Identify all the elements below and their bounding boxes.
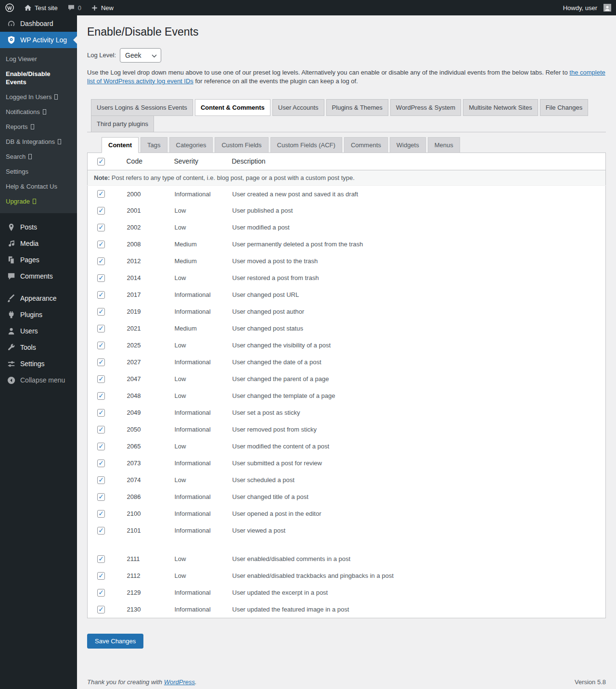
sidebar-item[interactable]: Tools [0,339,77,356]
table-row: ✓ [88,539,606,550]
row-checkbox[interactable]: ✓ [97,409,105,417]
sidebar-item-wp-activity-log[interactable]: WP Activity Log [0,32,77,48]
event-description: User enabled/disabled trackbacks and pin… [232,567,606,584]
checkmark-icon: ✓ [98,257,104,264]
sub-tab[interactable]: Tags [141,137,167,153]
submenu-item[interactable]: Logged In Users [0,89,77,104]
sub-tab[interactable]: Categories [169,137,213,153]
collapse-menu-button[interactable]: Collapse menu [0,372,77,388]
event-severity: Informational [174,488,232,505]
wordpress-logo-button[interactable] [0,0,19,15]
row-checkbox[interactable]: ✓ [97,572,105,580]
sidebar-item[interactable]: Pages [0,252,77,268]
submenu-item[interactable]: Settings [0,164,77,179]
account-menu[interactable]: Howdy, user [558,0,616,15]
event-severity: Informational [174,455,232,472]
row-checkbox[interactable]: ✓ [97,308,105,316]
event-severity: Medium [174,253,232,269]
shield-icon [6,35,16,45]
submenu-item[interactable]: DB & Integrations [0,134,77,149]
checkmark-icon: ✓ [98,443,104,449]
row-checkbox[interactable]: ✓ [97,375,105,383]
sidebar-item[interactable]: Media [0,235,77,252]
table-row: ✓ 2021 Medium User changed post status [88,320,606,337]
note-text: Post refers to any type of content, i.e.… [110,174,355,181]
checkmark-icon: ✓ [98,572,104,579]
submenu-item[interactable]: Enable/Disable Events [0,66,77,89]
event-severity: Informational [174,404,232,421]
checkmark-icon: ✓ [98,589,104,596]
row-checkbox[interactable]: ✓ [97,291,105,299]
sub-tab[interactable]: Menus [428,137,460,153]
row-checkbox[interactable]: ✓ [97,224,105,231]
submenu-item[interactable]: Upgrade [0,194,77,209]
submenu-item[interactable]: Notifications [0,104,77,119]
row-checkbox[interactable]: ✓ [97,325,105,332]
sidebar-item[interactable]: Comments [0,268,77,284]
table-row: ✓ 2002 Low User modified a post [88,219,606,236]
row-checkbox[interactable]: ✓ [97,459,105,467]
main-tab[interactable]: File Changes [540,99,589,116]
main-tab[interactable]: Multisite Network Sites [463,99,538,116]
sub-tab[interactable]: Widgets [390,137,426,153]
row-checkbox[interactable]: ✓ [97,606,105,613]
wordpress-link[interactable]: WordPress [164,678,195,686]
checkmark-icon: ✓ [98,158,104,165]
sidebar-item-dashboard[interactable]: Dashboard [0,15,77,32]
event-code: 2021 [127,320,174,337]
table-row: ✓ 2129 Informational User updated the ex… [88,584,606,601]
main-tab[interactable]: User Accounts [272,99,324,116]
row-checkbox[interactable]: ✓ [97,426,105,434]
checkmark-icon: ✓ [98,190,104,197]
select-all-checkbox[interactable]: ✓ [97,158,105,166]
sidebar-item[interactable]: Users [0,323,77,339]
row-checkbox[interactable]: ✓ [97,493,105,501]
submenu-item[interactable]: Help & Contact Us [0,179,77,194]
submenu-item[interactable]: Reports [0,119,77,134]
sub-tab[interactable]: Custom Fields (ACF) [270,137,342,153]
main-tab[interactable]: Third party plugins [91,115,154,132]
row-checkbox[interactable]: ✓ [97,358,105,366]
submenu-item[interactable]: Search [0,149,77,164]
row-checkbox[interactable]: ✓ [97,443,105,450]
checkmark-icon: ✓ [98,555,104,562]
events-table: ✓ Code Severity Description Note: Post r… [87,153,606,618]
row-checkbox[interactable]: ✓ [97,274,105,282]
row-checkbox[interactable]: ✓ [97,527,105,535]
sidebar-item[interactable]: Posts [0,219,77,235]
event-severity: Medium [174,320,232,337]
main-tab[interactable]: Plugins & Themes [326,99,388,116]
event-description: User opened a post in the editor [232,505,606,522]
row-checkbox[interactable]: ✓ [97,241,105,248]
save-changes-button[interactable]: Save Changes [87,634,143,649]
visit-site-link[interactable]: Test site [19,0,63,15]
sub-tab[interactable]: Comments [344,137,388,153]
event-severity: Informational [174,505,232,522]
row-checkbox[interactable]: ✓ [97,190,105,198]
submenu-item[interactable]: Log Viewer [0,51,77,66]
comments-bubble-button[interactable]: 0 [63,0,86,15]
checkmark-icon: ✓ [98,392,104,399]
event-description: User updated the excerpt in a post [232,584,606,601]
event-description: User viewed a post [232,522,606,539]
new-content-button[interactable]: New [86,0,118,15]
main-tabs: Users Logins & Sessions Events Content &… [87,99,606,132]
row-checkbox[interactable]: ✓ [97,476,105,484]
sub-tab[interactable]: Content [102,137,139,153]
row-checkbox[interactable]: ✓ [97,342,105,349]
main-tab[interactable]: Users Logins & Sessions Events [91,99,193,116]
sub-tab[interactable]: Custom Fields [215,137,268,153]
sidebar-item[interactable]: Appearance [0,290,77,306]
log-level-select[interactable]: Geek [120,48,161,63]
sidebar-item[interactable]: Plugins [0,306,77,323]
row-checkbox[interactable]: ✓ [97,589,105,597]
main-tab[interactable]: Content & Comments [195,99,270,116]
main-tab[interactable]: WordPress & System [390,99,461,116]
row-checkbox[interactable]: ✓ [97,207,105,215]
row-checkbox[interactable]: ✓ [97,555,105,563]
row-checkbox[interactable]: ✓ [97,510,105,518]
sidebar-item[interactable]: Settings [0,356,77,372]
row-checkbox[interactable]: ✓ [97,257,105,265]
row-checkbox[interactable]: ✓ [97,392,105,400]
event-code: 2047 [127,370,174,387]
